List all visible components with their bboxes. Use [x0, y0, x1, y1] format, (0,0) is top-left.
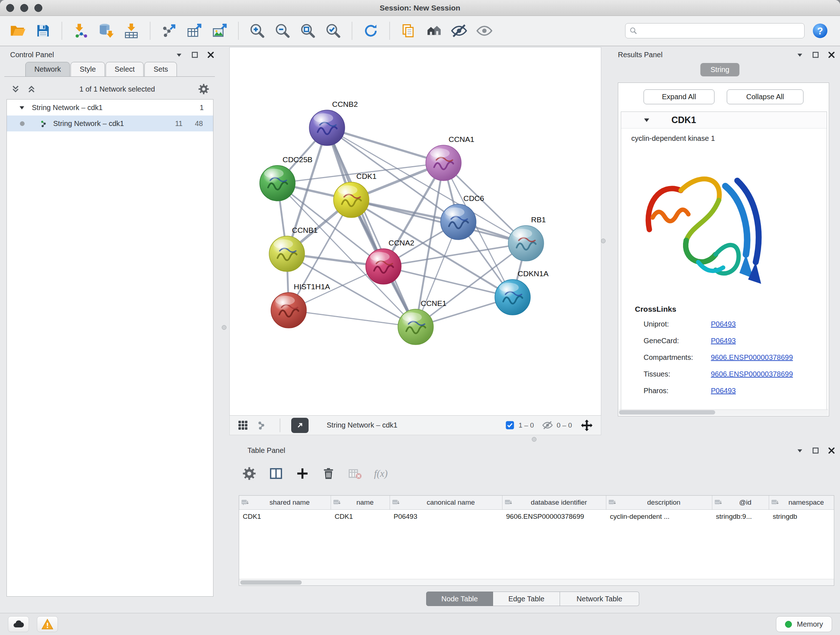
node-label: CCNA2: [388, 239, 414, 247]
birdseye-view-icon[interactable]: [257, 419, 269, 431]
crosslink-link[interactable]: P06493: [711, 386, 736, 395]
crosslink-link[interactable]: 9606.ENSP00000378699: [711, 353, 793, 362]
collapse-section-icon[interactable]: [643, 116, 651, 124]
left-splitter-handle[interactable]: [222, 325, 226, 330]
zoom-in-button[interactable]: [248, 21, 267, 41]
protein-structure-image: [634, 148, 775, 296]
gene-section-header[interactable]: CDK1: [621, 112, 827, 128]
network-collection-row[interactable]: String Network – cdk1 1: [7, 100, 213, 116]
export-network-button[interactable]: [159, 21, 179, 41]
home-button[interactable]: [424, 21, 444, 41]
import-network-file-button[interactable]: [71, 21, 90, 41]
export-image-button[interactable]: [210, 21, 229, 41]
panel-float-icon[interactable]: [812, 447, 819, 454]
network-row[interactable]: String Network – cdk1 11 48: [7, 116, 213, 131]
network-node[interactable]: CDC25B: [260, 155, 313, 201]
network-node[interactable]: CCNB2: [309, 100, 358, 146]
grid-view-icon[interactable]: [237, 419, 249, 431]
add-column-icon[interactable]: [295, 466, 309, 481]
column-header[interactable]: database identifier: [502, 496, 606, 509]
zoom-selected-button[interactable]: [324, 21, 343, 41]
column-header[interactable]: description: [606, 496, 712, 509]
tab-network[interactable]: Network: [25, 62, 70, 76]
collapse-all-networks-icon[interactable]: [10, 84, 21, 94]
network-node[interactable]: CDKN1A: [495, 269, 548, 315]
zoom-fit-button[interactable]: [298, 21, 317, 41]
table-cell[interactable]: CDK1: [239, 510, 331, 524]
panel-menu-icon[interactable]: [175, 51, 183, 59]
table-cell[interactable]: P06493: [390, 510, 502, 524]
network-node[interactable]: HIST1H1A: [271, 282, 330, 328]
fit-content-icon[interactable]: [580, 418, 594, 432]
table-cell[interactable]: stringdb:9...: [712, 510, 769, 524]
table-horizontal-scrollbar[interactable]: [239, 579, 834, 585]
column-header[interactable]: namespace: [769, 496, 834, 509]
hide-selected-button[interactable]: [449, 21, 469, 41]
panel-float-icon[interactable]: [812, 51, 819, 59]
network-node[interactable]: CCNA1: [426, 135, 474, 181]
crosslink-link[interactable]: 9606.ENSP00000378699: [711, 370, 793, 378]
network-node[interactable]: CCNB1: [269, 226, 317, 272]
help-button[interactable]: ?: [810, 21, 830, 41]
warnings-button[interactable]: [37, 616, 58, 632]
table-row[interactable]: CDK1 CDK1 P06493 9606.ENSP00000378699 cy…: [239, 510, 834, 524]
network-node[interactable]: CDC6: [441, 194, 484, 240]
function-builder-button[interactable]: f(x): [374, 468, 387, 479]
column-header[interactable]: @id: [712, 496, 769, 509]
save-session-button[interactable]: [33, 21, 53, 41]
tab-edge-table[interactable]: Edge Table: [493, 592, 560, 606]
clipboard-button[interactable]: [399, 21, 418, 41]
column-header[interactable]: shared name: [239, 496, 331, 509]
crosslink-link[interactable]: P06493: [711, 320, 736, 328]
tab-node-table[interactable]: Node Table: [426, 592, 493, 606]
export-view-button[interactable]: [291, 418, 309, 433]
crosslink-link[interactable]: P06493: [711, 337, 736, 345]
table-cell[interactable]: 9606.ENSP00000378699: [502, 510, 606, 524]
delete-column-icon[interactable]: [321, 466, 336, 481]
import-table-button[interactable]: [122, 21, 141, 41]
zoom-out-button[interactable]: [273, 21, 292, 41]
table-options-gear-icon[interactable]: [242, 466, 257, 481]
panel-close-icon[interactable]: [827, 51, 836, 59]
expand-all-networks-icon[interactable]: [26, 84, 37, 94]
results-horizontal-scrollbar[interactable]: [619, 409, 828, 415]
node-label: CDC6: [463, 194, 484, 203]
panel-menu-icon[interactable]: [796, 51, 804, 59]
tab-sets[interactable]: Sets: [144, 62, 177, 76]
disclosure-triangle-icon[interactable]: [19, 104, 25, 111]
search-field[interactable]: [625, 23, 805, 38]
show-all-button[interactable]: [475, 21, 494, 41]
import-network-database-button[interactable]: [96, 21, 116, 41]
results-tab-string[interactable]: String: [700, 63, 739, 76]
control-panel-header: Control Panel: [10, 48, 215, 62]
network-node[interactable]: RB1: [508, 215, 546, 261]
search-input[interactable]: [641, 27, 801, 35]
table-cell[interactable]: cyclin-dependent ...: [606, 510, 712, 524]
tab-style[interactable]: Style: [71, 62, 104, 76]
open-session-button[interactable]: [8, 21, 27, 41]
table-cell[interactable]: CDK1: [331, 510, 390, 524]
table-cell[interactable]: stringdb: [769, 510, 834, 524]
network-options-gear-icon[interactable]: [197, 83, 210, 95]
tab-select[interactable]: Select: [106, 62, 144, 76]
export-table-button[interactable]: [185, 21, 204, 41]
column-header[interactable]: canonical name: [390, 496, 502, 509]
panel-close-icon[interactable]: [827, 447, 836, 455]
panel-menu-icon[interactable]: [796, 447, 804, 454]
panel-close-icon[interactable]: [207, 51, 215, 59]
collapse-all-button[interactable]: Collapse All: [727, 89, 804, 104]
right-splitter-handle[interactable]: [601, 239, 606, 243]
panel-float-icon[interactable]: [191, 51, 199, 59]
bottom-splitter-handle[interactable]: [532, 437, 537, 442]
refresh-button[interactable]: [361, 21, 381, 41]
cloud-status-button[interactable]: [8, 616, 29, 632]
network-canvas[interactable]: CCNB2CCNA1CDC25BCDK1CDC6RB1CCNB1CCNA2CDK…: [229, 47, 601, 416]
tab-network-table[interactable]: Network Table: [560, 592, 639, 606]
show-columns-icon[interactable]: [268, 466, 284, 481]
selected-checkbox-icon[interactable]: [505, 420, 515, 430]
memory-button[interactable]: Memory: [776, 616, 832, 632]
expand-all-button[interactable]: Expand All: [644, 89, 714, 104]
network-graph[interactable]: CCNB2CCNA1CDC25BCDK1CDC6RB1CCNB1CCNA2CDK…: [230, 48, 601, 415]
column-header[interactable]: name: [331, 496, 390, 509]
hidden-eye-icon[interactable]: [542, 420, 553, 431]
